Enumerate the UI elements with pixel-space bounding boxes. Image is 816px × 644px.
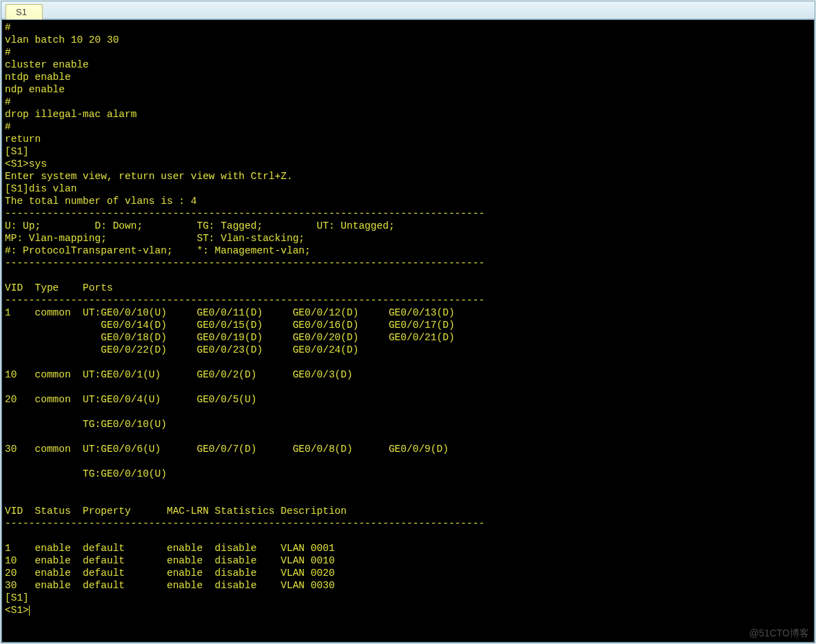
terminal-lines: # vlan batch 10 20 30 # cluster enable n… (5, 22, 484, 603)
prompt: <S1> (5, 605, 29, 616)
terminal-output[interactable]: # vlan batch 10 20 30 # cluster enable n… (1, 19, 815, 643)
terminal-window: S1 # vlan batch 10 20 30 # cluster enabl… (1, 1, 815, 643)
cursor (29, 605, 30, 616)
tab-bar: S1 (1, 1, 815, 19)
tab-s1[interactable]: S1 (6, 4, 43, 19)
